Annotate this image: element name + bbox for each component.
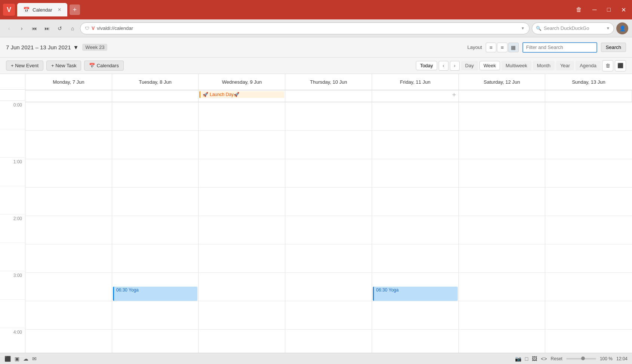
day-header-5: Saturday, 12 Jun — [459, 74, 546, 90]
statusbar-right: 📷 □ 🖼 <> Reset 100 % 12:04 — [515, 356, 628, 362]
allday-row: 🚀 Launch Day🚀 + — [25, 90, 632, 102]
filter-search-input[interactable] — [522, 42, 597, 53]
week-badge: Week 23 — [82, 44, 107, 51]
clock: 12:04 — [616, 356, 628, 361]
trash-button[interactable]: 🗑 — [573, 5, 585, 15]
event-yoga-fri[interactable]: 06:30 Yoga — [373, 287, 458, 301]
day-header-1: Tuesday, 8 Jun — [112, 74, 199, 90]
addressbar: ‹ › ⏮ ⏭ ↺ ⌂ 🛡 V vivaldi://calendar ▼ 🔍 S… — [0, 19, 632, 37]
calendars-icon: 📅 — [89, 63, 95, 68]
search-chevron: ▼ — [606, 26, 610, 30]
day-header-0: Monday, 7 Jun — [25, 74, 112, 90]
day-col-sat — [459, 102, 546, 353]
close-button[interactable]: ✕ — [618, 5, 629, 15]
calendar-toolbar: 7 Jun 2021 – 13 Jun 2021 ▼ Week 23 Layou… — [0, 37, 632, 58]
tab-close[interactable]: ✕ — [58, 7, 61, 12]
allday-sat — [459, 90, 546, 102]
address-box[interactable]: 🛡 V vivaldi://calendar ▼ — [80, 22, 530, 34]
event-yoga-tue[interactable]: 06:30 Yoga — [113, 287, 198, 301]
day-header-2: Wednesday, 9 Jun — [199, 74, 285, 90]
day-headers: Monday, 7 Jun Tuesday, 8 Jun Wednesday, … — [25, 74, 632, 90]
day-col-tue: 06:30 Yoga 18:00 School Meeting — [112, 102, 199, 353]
launch-day-event[interactable]: 🚀 Launch Day🚀 — [199, 91, 284, 98]
day-columns: 15:00 Meeting 19:00 Guitar lesson 06:30 … — [25, 102, 632, 353]
new-event-button[interactable]: + New Event — [6, 61, 43, 71]
time-5 — [0, 243, 25, 271]
button-bar: + New Event + New Task 📅 Calendars Today… — [0, 58, 632, 74]
prev-week-button[interactable]: ‹ — [439, 61, 448, 71]
titlebar: V 📅 Calendar ✕ + 🗑 ─ □ ✕ — [0, 0, 632, 19]
add-event-button[interactable]: + — [373, 91, 458, 99]
allday-wed: 🚀 Launch Day🚀 — [199, 90, 285, 102]
time-7 — [0, 300, 25, 328]
reset-label[interactable]: Reset — [551, 356, 562, 361]
vivaldi-logo: V — [3, 4, 15, 16]
search-box[interactable]: 🔍 Search DuckDuckGo ▼ — [532, 22, 614, 34]
day-view-button[interactable]: Day — [461, 61, 478, 70]
search-button[interactable]: Search — [601, 43, 626, 52]
multiweek-view-button[interactable]: Multiweek — [501, 61, 531, 70]
year-view-button[interactable]: Year — [556, 61, 574, 70]
calendars-button[interactable]: 📅 Calendars — [84, 61, 123, 71]
forward-button[interactable]: › — [16, 23, 27, 34]
avatar[interactable]: 👤 — [616, 22, 628, 34]
time-2: 1:00 — [0, 158, 25, 186]
vivaldi-v-icon: V — [92, 26, 95, 31]
zoom-slider[interactable] — [566, 358, 596, 360]
new-tab-button[interactable]: + — [70, 4, 80, 15]
home-start-button[interactable]: ⏮ — [29, 23, 40, 34]
date-chevron: ▼ — [73, 44, 79, 50]
time-8: 4:00 — [0, 328, 25, 357]
day-header-4: Friday, 11 Jun — [372, 74, 459, 90]
today-button[interactable]: Today — [416, 61, 437, 70]
calendars-label: Calendars — [96, 63, 119, 68]
view-buttons: Today ‹ › Day Week Multiweek Month Year … — [416, 60, 626, 71]
camera-icon[interactable]: 📷 — [515, 356, 521, 362]
home-button[interactable]: ⌂ — [67, 23, 78, 34]
url-chevron: ▼ — [521, 26, 525, 30]
layout-btn-2[interactable]: ≡ — [497, 43, 507, 52]
gutter-header — [0, 74, 25, 90]
code-icon[interactable]: <> — [541, 356, 547, 362]
allday-thu — [285, 90, 372, 102]
allday-mon — [25, 90, 112, 102]
notes-icon[interactable]: ▣ — [15, 356, 19, 362]
maximize-button[interactable]: □ — [604, 5, 614, 15]
sync-icon[interactable]: ☁ — [23, 356, 28, 362]
date-range-text: 7 Jun 2021 – 13 Jun 2021 — [6, 44, 71, 50]
layout-btn-3[interactable]: ▦ — [508, 43, 519, 52]
home-end-button[interactable]: ⏭ — [42, 23, 52, 34]
month-view-button[interactable]: Month — [533, 61, 555, 70]
day-header-3: Thursday, 10 Jun — [285, 74, 372, 90]
search-placeholder: Search DuckDuckGo — [544, 25, 589, 31]
time-4: 2:00 — [0, 215, 25, 243]
week-view-button[interactable]: Week — [479, 61, 500, 70]
minimize-button[interactable]: ─ — [589, 5, 599, 15]
zoom-level: 100 % — [600, 356, 613, 361]
mail-icon[interactable]: ✉ — [32, 356, 37, 362]
calendar-tab[interactable]: 📅 Calendar ✕ — [17, 3, 67, 16]
time-1 — [0, 129, 25, 158]
time-6: 3:00 — [0, 271, 25, 300]
refresh-button[interactable]: ↺ — [55, 23, 65, 34]
agenda-view-button[interactable]: Agenda — [576, 61, 601, 70]
layout-buttons: ≡ ≡ ▦ — [486, 43, 519, 52]
calendar-scroll-area[interactable]: Monday, 7 Jun Tuesday, 8 Jun Wednesday, … — [25, 74, 632, 353]
window-icon[interactable]: □ — [525, 356, 528, 362]
next-week-button[interactable]: › — [450, 61, 460, 71]
layout-btn-1[interactable]: ≡ — [486, 43, 496, 52]
time-3 — [0, 186, 25, 215]
allday-gutter — [0, 90, 25, 101]
day-col-wed: 13:00 Team Meeting — [199, 102, 285, 353]
tab-icon: 📅 — [23, 7, 30, 13]
shield-icon: 🛡 — [85, 26, 89, 31]
back-button[interactable]: ‹ — [4, 23, 14, 34]
image-icon[interactable]: 🖼 — [532, 356, 537, 362]
delete-button[interactable]: 🗑 — [602, 60, 613, 71]
panel-icon[interactable]: ⬛ — [4, 356, 11, 362]
date-range[interactable]: 7 Jun 2021 – 13 Jun 2021 ▼ — [6, 44, 79, 50]
compact-button[interactable]: ⬛ — [615, 60, 626, 71]
allday-sun — [545, 90, 632, 102]
search-icon: 🔍 — [536, 26, 542, 31]
new-task-button[interactable]: + New Task — [46, 61, 81, 71]
